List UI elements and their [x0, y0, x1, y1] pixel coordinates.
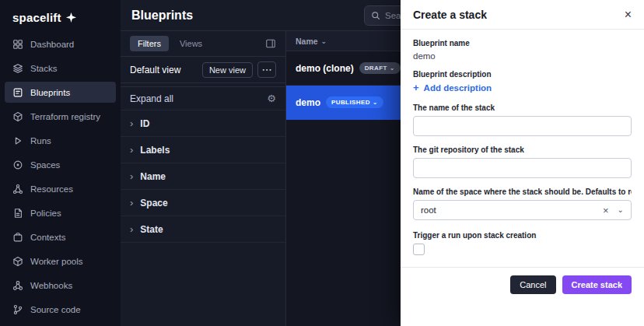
filter-section-name[interactable]: › Name [121, 163, 285, 190]
sidebar-item-dashboard[interactable]: Dashboard [5, 33, 116, 54]
sidebar-item-label: Source code [30, 305, 81, 314]
cancel-button[interactable]: Cancel [510, 275, 555, 294]
clear-icon[interactable]: × [603, 205, 609, 216]
add-description-link[interactable]: + Add description [413, 82, 632, 93]
sidebar-item-stacks[interactable]: Stacks [5, 58, 116, 79]
spacelift-logo-text: spacelift [12, 11, 61, 24]
search-icon [371, 11, 380, 20]
space-select-value: root [421, 205, 436, 215]
collapse-panel-icon[interactable] [265, 38, 276, 49]
git-repository-label: The git repository of the stack [413, 145, 632, 154]
sidebar-item-label: Stacks [30, 64, 58, 73]
space-select[interactable]: root × ⌄ [413, 200, 632, 220]
status-badge-label: PUBLISHED [331, 99, 370, 106]
sidebar-item-label: Webhooks [30, 281, 72, 290]
expand-all-link[interactable]: Expand all [130, 93, 173, 104]
sidebar-item-label: Worker pools [30, 257, 83, 266]
sidebar-item-runs[interactable]: Runs [5, 130, 116, 151]
default-view-label: Default view [130, 65, 180, 75]
blueprint-name: demo [296, 97, 320, 108]
drawer-header: Create a stack × [401, 0, 644, 30]
sidebar-item-label: Policies [30, 209, 61, 218]
add-description-label: Add description [424, 83, 492, 93]
blueprint-name-value: demo [413, 51, 632, 61]
stacks-icon [12, 63, 23, 74]
chevron-down-icon[interactable]: ⌄ [618, 206, 624, 214]
sidebar-item-label: Resources [30, 184, 73, 194]
chevron-right-icon: › [130, 144, 133, 156]
list-column-header-name[interactable]: Name ⌄ [286, 31, 401, 51]
filter-section-id[interactable]: › ID [121, 110, 285, 137]
filter-section-label: ID [140, 118, 149, 129]
sidebar-item-policies[interactable]: Policies [5, 202, 116, 223]
status-badge-label: DRAFT [365, 65, 387, 72]
chevron-right-icon: › [130, 197, 133, 209]
stack-name-input[interactable] [413, 116, 632, 136]
trigger-run-checkbox[interactable] [413, 244, 425, 255]
close-icon[interactable]: × [625, 9, 632, 21]
filter-section-label: State [140, 224, 163, 235]
sidebar: spacelift Dashboard Stacks Blueprints Te… [0, 0, 121, 326]
sidebar-item-label: Terraform registry [30, 112, 100, 121]
expand-all-row: Expand all ⚙ [121, 87, 285, 110]
sidebar-item-webhooks[interactable]: Webhooks [5, 275, 116, 296]
space-label: Name of the space where the stack should… [413, 188, 632, 196]
sidebar-item-blueprints[interactable]: Blueprints [5, 82, 116, 103]
filter-section-label: Name [140, 171, 166, 182]
source-code-icon [12, 304, 23, 315]
sidebar-item-spaces[interactable]: Spaces [5, 154, 116, 175]
more-options-icon[interactable]: ⋯ [257, 61, 276, 78]
webhooks-icon [12, 280, 23, 291]
chevron-right-icon: › [130, 117, 133, 129]
filter-section-space[interactable]: › Space [121, 190, 285, 216]
spaces-icon [12, 159, 23, 170]
page-title: Blueprints [131, 9, 193, 23]
gear-icon[interactable]: ⚙ [267, 93, 276, 104]
blueprint-description-label: Blueprint description [413, 70, 632, 79]
page-header: Blueprints [121, 0, 401, 31]
blueprint-name: demo (clone) [296, 63, 354, 74]
drawer-title: Create a stack [413, 9, 487, 21]
chevron-down-icon: ⌄ [390, 65, 395, 72]
sidebar-item-label: Contexts [30, 233, 65, 242]
chevron-right-icon: › [130, 170, 133, 182]
filter-section-labels[interactable]: › Labels [121, 137, 285, 163]
sort-chevron-icon: ⌄ [321, 37, 327, 45]
drawer-body: Blueprint name demo Blueprint descriptio… [401, 30, 644, 255]
views-tab[interactable]: Views [180, 39, 202, 48]
runs-icon [12, 135, 23, 146]
sidebar-item-source-code[interactable]: Source code [5, 299, 116, 320]
app-window: spacelift Dashboard Stacks Blueprints Te… [0, 0, 644, 326]
status-badge[interactable]: DRAFT ⌄ [359, 62, 401, 74]
sidebar-item-contexts[interactable]: Contexts [5, 226, 116, 247]
filter-section-state[interactable]: › State [121, 216, 285, 243]
drawer-footer: Cancel Create stack [401, 267, 644, 302]
create-stack-drawer: Create a stack × Blueprint name demo Blu… [401, 0, 644, 326]
contexts-icon [12, 232, 23, 243]
resources-icon [12, 184, 23, 195]
spacelift-logo: spacelift [0, 5, 121, 33]
default-view-row[interactable]: Default view New view ⋯ [121, 57, 285, 83]
filters-toolbar: Filters Views [121, 31, 285, 57]
git-repository-input[interactable] [413, 158, 632, 178]
sidebar-item-resources[interactable]: Resources [5, 178, 116, 199]
filters-tab[interactable]: Filters [130, 36, 169, 51]
sidebar-item-terraform-registry[interactable]: Terraform registry [5, 106, 116, 127]
new-view-button[interactable]: New view [202, 62, 253, 78]
chevron-right-icon: › [130, 223, 133, 235]
blueprints-list: Name ⌄ demo (clone) DRAFT ⌄ demo PUBLISH… [286, 31, 401, 326]
create-stack-button[interactable]: Create stack [562, 275, 632, 294]
spacelift-rocket-icon [65, 12, 77, 23]
column-header-label: Name [296, 37, 318, 46]
policies-icon [12, 208, 23, 219]
list-row[interactable]: demo PUBLISHED ⌄ [286, 86, 401, 120]
sidebar-item-worker-pools[interactable]: Worker pools [5, 251, 116, 272]
plus-icon: + [413, 82, 419, 93]
trigger-run-label: Trigger a run upon stack creation [413, 231, 632, 240]
list-row[interactable]: demo (clone) DRAFT ⌄ [286, 51, 401, 86]
chevron-down-icon: ⌄ [373, 100, 378, 106]
filter-section-label: Space [140, 198, 167, 209]
status-badge[interactable]: PUBLISHED ⌄ [326, 96, 383, 108]
blueprint-name-label: Blueprint name [413, 39, 632, 47]
sidebar-item-label: Spaces [30, 160, 60, 170]
